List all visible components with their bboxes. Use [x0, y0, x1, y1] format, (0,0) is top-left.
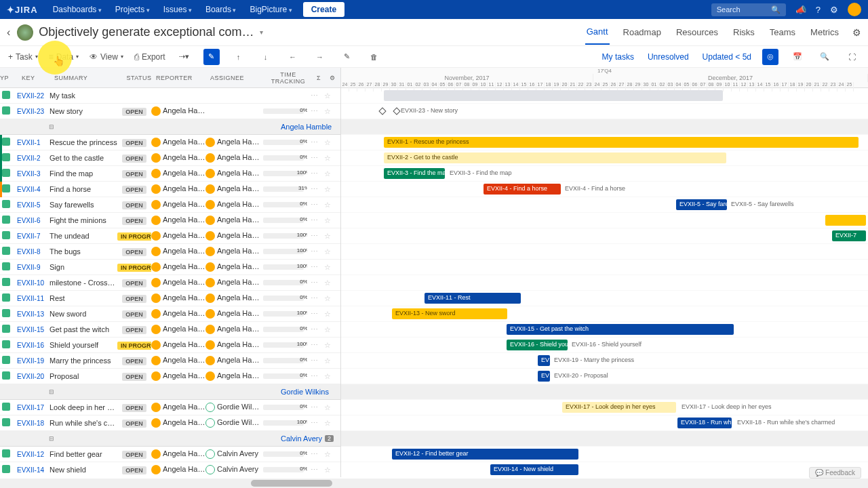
issue-key[interactable]: EVXII-5	[14, 201, 50, 209]
back-button[interactable]: ‹	[7, 26, 10, 39]
group-row[interactable]: ⊟Calvin Avery 2	[0, 431, 340, 447]
user-avatar[interactable]	[848, 3, 861, 16]
assignee-cell[interactable]: Angela Hamble	[205, 200, 260, 209]
issue-summary[interactable]: Proposal	[50, 372, 117, 380]
star-icon[interactable]: ☆	[321, 450, 334, 459]
issue-summary[interactable]: New sword	[50, 310, 117, 318]
issue-summary[interactable]: My task	[50, 92, 117, 100]
issue-key[interactable]: EVXII-15	[14, 326, 50, 333]
issue-key[interactable]: EVXII-22	[14, 92, 50, 100]
task-row[interactable]: EVXII-17Look deep in her eyesOPENAngela …	[0, 400, 340, 415]
assignee-cell[interactable]: Angela Hamble	[205, 216, 260, 225]
menu-icon[interactable]: ⋯	[307, 279, 321, 287]
reporter-cell[interactable]: Angela Hamble	[151, 184, 205, 194]
edit-icon[interactable]: ✎	[339, 49, 355, 65]
assignee-cell[interactable]: Gordie Wilkins	[205, 418, 260, 428]
menu-icon[interactable]: ⋯	[307, 325, 321, 334]
fullscreen-icon[interactable]: ⛶	[844, 49, 860, 65]
gantt-bar[interactable]: EV	[538, 371, 550, 382]
star-icon[interactable]: ☆	[321, 154, 334, 163]
task-row[interactable]: EVXII-20ProposalOPENAngela HambleAngela …	[0, 369, 340, 384]
menu-icon[interactable]: ⋯	[307, 185, 321, 194]
gantt-bar[interactable]: EV	[538, 355, 550, 366]
task-row[interactable]: EVXII-14New shieldOPENAngela HambleCalvi…	[0, 462, 340, 477]
task-row[interactable]: EVXII-3Find the mapOPENAngela HambleAnge…	[0, 166, 340, 182]
star-icon[interactable]: ☆	[321, 466, 334, 474]
gantt-bar[interactable]: EVXII-7	[832, 230, 866, 241]
star-icon[interactable]: ☆	[321, 357, 334, 365]
help-icon[interactable]: ?	[816, 5, 821, 15]
announce-icon[interactable]: 📣	[795, 5, 806, 15]
star-icon[interactable]: ☆	[321, 169, 334, 178]
issue-summary[interactable]: Find better gear	[50, 450, 117, 458]
menu-icon[interactable]: ⋯	[307, 341, 321, 350]
issue-summary[interactable]: milestone - Crossroads	[50, 279, 117, 287]
issue-key[interactable]: EVXII-4	[14, 186, 50, 193]
view-dropdown[interactable]: 👁 View	[90, 52, 123, 62]
menu-icon[interactable]: ⋯	[307, 450, 321, 459]
gantt-bar[interactable]: EVXII-14 - New shield	[490, 464, 578, 475]
menu-icon[interactable]: ⋯	[307, 466, 321, 474]
issue-key[interactable]: EVXII-16	[14, 342, 50, 349]
gantt-bar[interactable]: EVXII-2 - Get to the castle	[384, 152, 726, 163]
calendar-icon[interactable]: 📅	[789, 49, 806, 65]
gantt-bar[interactable]: EVXII-4 - Find a horse	[484, 184, 561, 195]
star-icon[interactable]: ☆	[321, 107, 334, 116]
menu-icon[interactable]: ⋯	[307, 247, 321, 256]
issue-summary[interactable]: Find the map	[50, 169, 117, 178]
horizontal-scrollbar[interactable]	[0, 479, 868, 488]
col-timetracking[interactable]: TIME TRACKING	[264, 71, 312, 85]
assignee-cell[interactable]: Calvin Avery	[205, 465, 260, 474]
menu-icon[interactable]: ⋯	[307, 107, 321, 116]
star-icon[interactable]: ☆	[321, 310, 334, 319]
nav-menu-bigpicture[interactable]: BigPicture	[244, 2, 297, 17]
gantt-bar[interactable]: EVXII-1 - Rescue the princess	[384, 137, 859, 148]
col-reporter[interactable]: REPORTER	[156, 75, 210, 81]
move-down-icon[interactable]: ↓	[258, 49, 274, 65]
assignee-cell[interactable]: Angela Hamble	[205, 184, 260, 194]
task-row[interactable]: EVXII-12Find better gearOPENAngela Hambl…	[0, 447, 340, 462]
star-icon[interactable]: ☆	[321, 185, 334, 194]
assignee-cell[interactable]: Angela Hamble	[205, 356, 260, 365]
assignee-cell[interactable]: Angela Hamble	[205, 262, 260, 272]
reporter-cell[interactable]: Angela Hamble	[151, 262, 205, 272]
issue-key[interactable]: EVXII-12	[14, 451, 50, 458]
issue-summary[interactable]: Get to the castle	[50, 154, 117, 162]
reporter-cell[interactable]: Angela Hamble	[151, 371, 205, 381]
star-icon[interactable]: ☆	[321, 232, 334, 241]
issue-summary[interactable]: The bugs	[50, 247, 117, 256]
reporter-cell[interactable]: Angela Hamble	[151, 138, 205, 147]
reporter-cell[interactable]: Angela Hamble	[151, 449, 205, 459]
issue-key[interactable]: EVXII-19	[14, 357, 50, 365]
issue-key[interactable]: EVXII-10	[14, 279, 50, 287]
reporter-cell[interactable]: Angela Hamble	[151, 356, 205, 365]
issue-key[interactable]: EVXII-2	[14, 155, 50, 162]
project-dropdown[interactable]: ▾	[260, 28, 263, 36]
task-row[interactable]: EVXII-13New swordOPENAngela HambleAngela…	[0, 306, 340, 322]
assignee-cell[interactable]: Angela Hamble	[205, 138, 260, 147]
issue-summary[interactable]: Rescue the princess	[50, 138, 117, 146]
issue-summary[interactable]: Say farewells	[50, 201, 117, 209]
issue-key[interactable]: EVXII-13	[14, 310, 50, 318]
tab-risks[interactable]: Risks	[732, 20, 756, 44]
star-icon[interactable]: ☆	[321, 341, 334, 350]
menu-icon[interactable]: ⋯	[307, 372, 321, 381]
task-row[interactable]: EVXII-9SignIN PROGRESAngela HambleAngela…	[0, 260, 340, 275]
gantt-bar[interactable]: EVXII-17 - Look deep in her eyes	[562, 402, 676, 413]
task-row[interactable]: EVXII-5Say farewellsOPENAngela HambleAng…	[0, 197, 340, 213]
assignee-cell[interactable]: Angela Hamble	[205, 293, 260, 303]
gantt-bar[interactable]	[825, 215, 866, 226]
nav-menu-issues[interactable]: Issues	[158, 2, 197, 17]
task-row[interactable]: EVXII-1Rescue the princessOPENAngela Ham…	[0, 135, 340, 150]
menu-icon[interactable]: ⋯	[307, 403, 321, 412]
star-icon[interactable]: ☆	[321, 263, 334, 272]
reporter-cell[interactable]: Angela Hamble	[151, 153, 205, 163]
nav-menu-boards[interactable]: Boards	[200, 2, 242, 17]
collapse-icon[interactable]: ⊟	[49, 123, 54, 130]
task-row[interactable]: EVXII-19Marry the princessOPENAngela Ham…	[0, 353, 340, 369]
issue-summary[interactable]: Fight the minions	[50, 216, 117, 224]
issue-summary[interactable]: Sign	[50, 263, 117, 271]
move-up-icon[interactable]: ↑	[231, 49, 247, 65]
outdent-icon[interactable]: ←	[285, 49, 301, 65]
task-row[interactable]: EVXII-6Fight the minionsOPENAngela Hambl…	[0, 213, 340, 228]
